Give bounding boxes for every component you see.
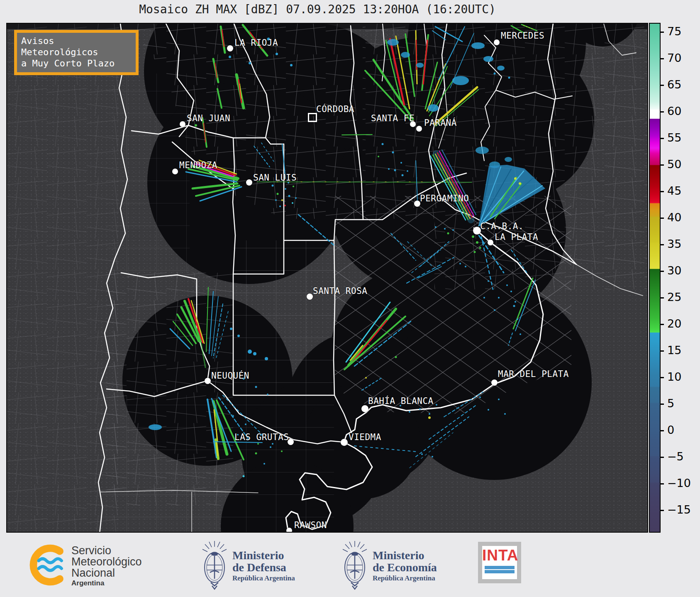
colorbar-tick-mark	[661, 350, 664, 352]
colorbar-tick-label: 35	[667, 237, 681, 250]
colorbar-tick-label: 50	[667, 158, 681, 171]
city-marker	[227, 45, 233, 51]
colorbar-tick-mark	[661, 58, 664, 59]
city-label: NEUQUÉN	[211, 371, 249, 381]
city-label: LAS GRUTAS	[234, 432, 289, 442]
defensa-line3: República Argentina	[232, 573, 295, 583]
city-label: RAWSON	[294, 520, 327, 530]
city-label: PERGAMINO	[420, 193, 469, 203]
colorbar-tick-mark	[661, 32, 664, 33]
city-label: CÓRDOBA	[316, 104, 354, 114]
city-label: VIEDMA	[349, 432, 381, 442]
city-marker	[172, 169, 178, 174]
city-marker	[205, 378, 211, 384]
city-label: BAHÍA BLANCA	[368, 396, 434, 406]
city-label: MAR DEL PLATA	[498, 369, 569, 379]
city-marker	[488, 240, 493, 245]
city-label: SANTA FE	[371, 113, 415, 123]
map-canvas	[7, 24, 648, 533]
colorbar-tick-mark	[661, 191, 664, 192]
smn-line1: Servicio	[71, 545, 142, 556]
economia-logo-text: Ministerio de Economía República Argenti…	[373, 549, 437, 583]
colorbar-tick-label: 55	[667, 131, 681, 144]
city-marker	[494, 39, 500, 45]
defensa-line1: Ministerio	[232, 549, 295, 561]
smn-logo-icon	[26, 543, 69, 587]
colorbar-tick-label: 45	[667, 184, 681, 197]
economia-coat-of-arms-icon	[341, 539, 368, 594]
city-marker	[361, 405, 368, 412]
colorbar-tick-mark	[661, 404, 664, 405]
colorbar-tick-mark	[661, 430, 664, 431]
economia-line3: República Argentina	[373, 573, 437, 583]
city-marker	[307, 294, 313, 300]
colorbar-tick-mark	[661, 85, 664, 86]
city-marker	[473, 227, 481, 235]
colorbar-tick-label: 5	[667, 397, 674, 410]
radar-map: Avisos Meteorológicos a Muy Corto Plazo …	[6, 23, 648, 533]
economia-line1: Ministerio	[373, 549, 437, 561]
city-label: C.A.B.A.	[480, 221, 524, 231]
city-label: MERCEDES	[501, 31, 544, 41]
inta-bar-2	[485, 570, 515, 573]
city-label: SANTA ROSA	[313, 286, 367, 296]
radar-mosaic-page: Mosaico ZH MAX [dBZ] 07.09.2025 13:20HOA…	[0, 0, 700, 597]
defensa-coat-of-arms-icon	[201, 539, 228, 594]
warning-overlay-box: Avisos Meteorológicos a Muy Corto Plazo	[14, 30, 139, 75]
colorbar-tick-mark	[661, 483, 664, 484]
colorbar-tick-mark	[661, 271, 664, 272]
smn-line2: Meteorológico	[71, 556, 142, 568]
colorbar-tick-mark	[661, 164, 664, 166]
page-title: Mosaico ZH MAX [dBZ] 07.09.2025 13:20HOA…	[6, 2, 629, 16]
city-marker	[491, 379, 498, 386]
city-label: LA RIOJA	[234, 38, 278, 48]
city-marker	[416, 126, 422, 132]
colorbar-tick-mark	[661, 510, 664, 511]
colorbar-tick-label: 40	[667, 211, 681, 224]
colorbar-tick-label: 65	[667, 78, 681, 91]
city-marker	[341, 439, 348, 446]
inta-label: INTA	[482, 546, 517, 565]
warning-line-2: a Muy Corto Plazo	[21, 58, 132, 69]
colorbar-tick-label: −10	[667, 477, 691, 489]
colorbar-tick-label: 30	[667, 264, 681, 277]
colorbar-tick-label: 75	[667, 25, 681, 38]
defensa-line2: de Defensa	[232, 561, 295, 573]
footer-logos: Servicio Meteorológico Nacional Argentin…	[0, 533, 700, 597]
colorbar-tick-mark	[661, 218, 664, 219]
smn-line4: Argentina	[71, 579, 142, 588]
city-label: SAN LUIS	[253, 173, 297, 183]
inta-bar-1	[485, 566, 515, 569]
city-marker	[286, 528, 292, 533]
colorbar-tick-label: 15	[667, 344, 681, 357]
warning-line-1: Avisos Meteorológicos	[21, 35, 132, 58]
colorbar-tick-label: 20	[667, 317, 681, 330]
colorbar-tick-mark	[661, 377, 664, 378]
colorbar-tick-label: −15	[667, 503, 691, 516]
colorbar-tick-label: 0	[667, 423, 674, 436]
city-marker	[414, 201, 420, 207]
dbz-colorbar-ticks: 757065605550454035302520151050−5−10−15	[661, 23, 698, 533]
city-marker	[246, 179, 252, 186]
defensa-logo-text: Ministerio de Defensa República Argentin…	[232, 549, 295, 583]
city-label: SAN JUAN	[187, 113, 230, 123]
colorbar-tick-mark	[661, 457, 664, 458]
dbz-colorbar	[649, 23, 661, 533]
colorbar-tick-label: 10	[667, 370, 681, 383]
city-label: MENDOZA	[179, 160, 217, 170]
city-label: LA PLATA	[495, 232, 538, 242]
colorbar-tick-label: −5	[667, 450, 684, 463]
inta-logo: INTA	[478, 542, 521, 583]
city-marker	[180, 121, 185, 127]
colorbar-tick-mark	[661, 297, 664, 298]
colorbar-tick-label: 70	[667, 51, 681, 64]
economia-line2: de Economía	[373, 561, 437, 573]
smn-line3: Nacional	[71, 568, 142, 579]
colorbar-tick-mark	[661, 244, 664, 245]
colorbar-tick-mark	[661, 138, 664, 139]
colorbar-tick-label: 60	[667, 105, 681, 117]
colorbar-tick-mark	[661, 324, 664, 325]
smn-logo-text: Servicio Meteorológico Nacional Argentin…	[71, 545, 142, 588]
colorbar-tick-mark	[661, 111, 664, 113]
city-label: PARANÁ	[424, 118, 457, 128]
